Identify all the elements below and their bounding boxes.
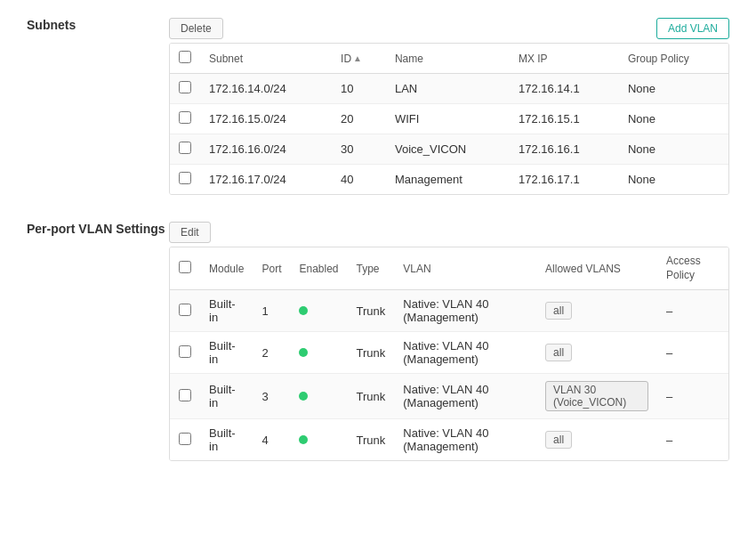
table-row: 172.16.15.0/24 20 WIFI 172.16.15.1 None xyxy=(170,104,728,134)
row-checkbox[interactable] xyxy=(179,172,191,184)
enabled-dot xyxy=(299,348,308,357)
row-checkbox-cell[interactable] xyxy=(170,290,200,332)
subnets-col-name: Name xyxy=(386,44,510,74)
group-policy-value: None xyxy=(619,134,728,165)
col-port: Port xyxy=(253,247,290,290)
allowed-vlans-value: VLAN 30 (Voice_VICON) xyxy=(536,374,657,419)
enabled-dot xyxy=(299,435,308,444)
subnet-value: 172.16.15.0/24 xyxy=(200,104,332,134)
allowed-vlans-value: all xyxy=(536,332,657,374)
vlan-value: Native: VLAN 40 (Management) xyxy=(394,290,536,332)
select-all-ports-checkbox[interactable] xyxy=(179,261,191,273)
id-value: 20 xyxy=(332,104,386,134)
module-value: Built-in xyxy=(200,290,253,332)
subnets-col-id[interactable]: ID ▲ xyxy=(332,44,386,74)
table-row: Built-in 4 Trunk Native: VLAN 40 (Manage… xyxy=(170,419,728,461)
row-checkbox-cell[interactable] xyxy=(170,104,200,134)
allowed-vlans-tag: all xyxy=(545,344,572,361)
col-enabled: Enabled xyxy=(290,247,347,290)
mx-ip-value: 172.16.14.1 xyxy=(510,74,619,104)
allowed-vlans-value: all xyxy=(536,290,657,332)
module-value: Built-in xyxy=(200,332,253,374)
table-row: 172.16.14.0/24 10 LAN 172.16.14.1 None xyxy=(170,74,728,104)
row-checkbox[interactable] xyxy=(179,142,191,154)
name-value: Voice_VICON xyxy=(386,134,510,165)
access-policy-value: – xyxy=(657,290,728,332)
module-value: Built-in xyxy=(200,419,253,461)
vlan-value: Native: VLAN 40 (Management) xyxy=(394,419,536,461)
col-vlan: VLAN xyxy=(394,247,536,290)
group-policy-value: None xyxy=(619,74,728,104)
access-policy-value: – xyxy=(657,419,728,461)
port-value: 4 xyxy=(253,419,290,461)
row-checkbox[interactable] xyxy=(179,389,191,401)
table-row: 172.16.16.0/24 30 Voice_VICON 172.16.16.… xyxy=(170,134,728,165)
row-checkbox-cell[interactable] xyxy=(170,74,200,104)
add-vlan-button[interactable]: Add VLAN xyxy=(656,18,729,39)
vlan-value: Native: VLAN 40 (Management) xyxy=(394,374,536,419)
name-value: LAN xyxy=(386,74,510,104)
col-allowed-vlans: Allowed VLANS xyxy=(536,247,657,290)
row-checkbox[interactable] xyxy=(179,111,191,124)
per-port-vlan-table-wrapper: Module Port Enabled Type VLAN Allowed VL… xyxy=(169,247,729,461)
allowed-vlans-tag: VLAN 30 (Voice_VICON) xyxy=(545,381,648,411)
row-checkbox-cell[interactable] xyxy=(170,332,200,374)
type-value: Trunk xyxy=(348,419,395,461)
row-checkbox[interactable] xyxy=(179,345,191,358)
sort-arrow-icon: ▲ xyxy=(353,53,362,63)
type-value: Trunk xyxy=(348,332,395,374)
vlan-value: Native: VLAN 40 (Management) xyxy=(394,332,536,374)
row-checkbox-cell[interactable] xyxy=(170,374,200,419)
row-checkbox[interactable] xyxy=(179,304,191,316)
table-row: Built-in 2 Trunk Native: VLAN 40 (Manage… xyxy=(170,332,728,374)
row-checkbox[interactable] xyxy=(179,433,191,445)
allowed-vlans-tag: all xyxy=(545,431,572,449)
ports-body: Built-in 1 Trunk Native: VLAN 40 (Manage… xyxy=(170,290,728,461)
name-value: Management xyxy=(386,165,510,195)
group-policy-value: None xyxy=(619,165,728,195)
enabled-dot xyxy=(299,306,308,315)
subnets-select-all-header[interactable] xyxy=(170,44,200,74)
table-row: 172.16.17.0/24 40 Management 172.16.17.1… xyxy=(170,165,728,195)
row-checkbox[interactable] xyxy=(179,81,191,93)
port-value: 2 xyxy=(253,332,290,374)
subnets-body: 172.16.14.0/24 10 LAN 172.16.14.1 None 1… xyxy=(170,74,728,195)
delete-button[interactable]: Delete xyxy=(169,18,223,39)
enabled-value xyxy=(290,419,347,461)
type-value: Trunk xyxy=(348,374,395,419)
port-value: 1 xyxy=(253,290,290,332)
select-all-subnets-checkbox[interactable] xyxy=(179,51,191,63)
id-value: 30 xyxy=(332,134,386,165)
row-checkbox-cell[interactable] xyxy=(170,419,200,461)
name-value: WIFI xyxy=(386,104,510,134)
subnets-col-subnet: Subnet xyxy=(200,44,332,74)
id-sort-control[interactable]: ID ▲ xyxy=(341,53,362,65)
col-module: Module xyxy=(200,247,253,290)
subnets-col-mx-ip: MX IP xyxy=(510,44,619,74)
per-port-vlan-header-row: Module Port Enabled Type VLAN Allowed VL… xyxy=(170,247,728,290)
per-port-vlan-actions: Edit xyxy=(169,222,211,243)
edit-button[interactable]: Edit xyxy=(169,222,211,243)
enabled-dot xyxy=(299,392,308,401)
subnet-value: 172.16.14.0/24 xyxy=(200,74,332,104)
module-value: Built-in xyxy=(200,374,253,419)
row-checkbox-cell[interactable] xyxy=(170,165,200,195)
per-port-vlan-title: Per-port VLAN Settings xyxy=(27,222,169,236)
subnets-actions: Delete Add VLAN xyxy=(169,18,729,39)
subnet-value: 172.16.17.0/24 xyxy=(200,165,332,195)
allowed-vlans-value: all xyxy=(536,419,657,461)
subnets-table: Subnet ID ▲ Name MX IP Group Policy 172.… xyxy=(170,44,728,194)
enabled-value xyxy=(290,374,347,419)
col-type: Type xyxy=(348,247,395,290)
port-value: 3 xyxy=(253,374,290,419)
id-value: 40 xyxy=(332,165,386,195)
per-port-select-all-header[interactable] xyxy=(170,247,200,290)
enabled-value xyxy=(290,332,347,374)
enabled-value xyxy=(290,290,347,332)
access-policy-value: – xyxy=(657,374,728,419)
table-row: Built-in 1 Trunk Native: VLAN 40 (Manage… xyxy=(170,290,728,332)
col-access-policy: AccessPolicy xyxy=(657,247,728,290)
row-checkbox-cell[interactable] xyxy=(170,134,200,165)
mx-ip-value: 172.16.17.1 xyxy=(510,165,619,195)
group-policy-value: None xyxy=(619,104,728,134)
